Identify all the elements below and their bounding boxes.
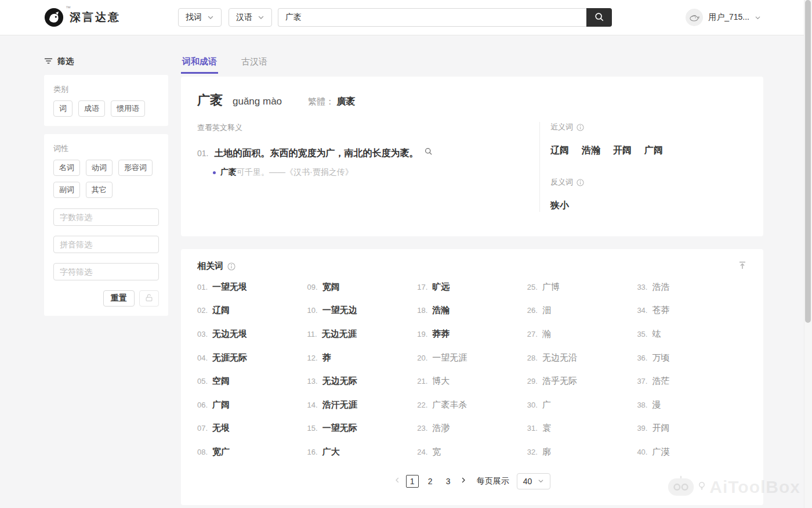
previous-page-button[interactable]	[394, 477, 401, 485]
related-word-index: 30.	[527, 401, 538, 409]
pos-chip[interactable]: 其它	[86, 182, 113, 198]
page-number-button[interactable]: 2	[424, 475, 437, 488]
search-button[interactable]	[586, 8, 612, 27]
related-word[interactable]: 浩乎无际	[542, 376, 577, 387]
related-word[interactable]: 莽	[322, 352, 331, 363]
category-chip[interactable]: 词	[53, 100, 72, 117]
related-word[interactable]: 空阔	[212, 376, 230, 387]
english-definition-link[interactable]: 查看英文释义	[197, 123, 242, 133]
related-word[interactable]: 宽	[432, 446, 441, 457]
brand[interactable]: ™ 深言达意	[44, 8, 121, 27]
related-word-item: 09. 宽阔	[307, 282, 418, 293]
related-word-index: 03.	[197, 330, 208, 338]
related-word[interactable]: 无涯无际	[212, 352, 247, 363]
character-filter-input[interactable]	[53, 263, 159, 280]
language-select[interactable]: 汉语	[229, 8, 272, 27]
synonym-word[interactable]: 浩瀚	[582, 145, 600, 157]
related-word[interactable]: 一望无际	[322, 423, 357, 434]
synonym-word[interactable]: 开阔	[613, 145, 632, 157]
related-word[interactable]: 博大	[432, 376, 449, 387]
related-word[interactable]: 浩瀚	[432, 305, 449, 316]
pinyin-filter-input[interactable]	[53, 236, 159, 253]
related-word[interactable]: 苍莽	[652, 305, 669, 316]
pos-chip[interactable]: 动词	[86, 160, 113, 176]
lock-button[interactable]	[139, 290, 159, 307]
trademark-symbol: ™	[66, 5, 71, 11]
related-word[interactable]: 浩汗无涯	[322, 399, 357, 410]
related-word[interactable]: 无边无际	[322, 376, 357, 387]
related-word-index: 37.	[637, 377, 647, 385]
related-word[interactable]: 无边无垠	[212, 329, 247, 340]
synonym-word[interactable]: 广阔	[644, 145, 663, 157]
related-word[interactable]: 寰	[542, 423, 551, 434]
search-controls: 找词 汉语	[178, 8, 612, 27]
next-page-button[interactable]	[460, 477, 467, 485]
related-word[interactable]: 廓	[542, 446, 551, 457]
category-chip[interactable]: 成语	[78, 100, 105, 117]
related-word[interactable]: 无边无涯	[322, 329, 357, 340]
related-word[interactable]: 竑	[652, 329, 661, 340]
related-word[interactable]: 广大	[322, 446, 340, 457]
pos-chip[interactable]: 名词	[53, 160, 80, 176]
related-word-index: 36.	[637, 354, 647, 362]
robot-chat-icon[interactable]	[668, 475, 694, 499]
related-word-item: 32. 廓	[527, 446, 637, 457]
related-word[interactable]: 宽阔	[322, 282, 340, 293]
related-word[interactable]: 浩浩	[652, 282, 669, 293]
related-word[interactable]: 浩渺	[432, 423, 449, 434]
related-word[interactable]: 沺	[542, 305, 551, 316]
search-input[interactable]	[278, 8, 586, 27]
tab[interactable]: 词和成语	[181, 56, 218, 74]
pos-chip[interactable]: 形容词	[118, 160, 153, 176]
related-word[interactable]: 一望无边	[322, 305, 357, 316]
scrollbar-thumb[interactable]	[805, 0, 811, 323]
category-chip[interactable]: 惯用语	[111, 100, 145, 117]
char-count-filter-input[interactable]	[53, 208, 159, 226]
related-word[interactable]: 辽阔	[212, 305, 230, 316]
related-word[interactable]: 广袤丰杀	[432, 399, 467, 410]
back-to-top-button[interactable]	[738, 261, 747, 272]
synonym-words: 辽阔浩瀚开阔广阔	[550, 145, 747, 157]
page-number-button[interactable]: 1	[406, 475, 419, 488]
info-circle-icon[interactable]	[577, 124, 584, 131]
mode-select[interactable]: 找词	[178, 8, 222, 27]
related-word[interactable]: 漫	[652, 399, 661, 410]
related-word[interactable]: 广漠	[652, 446, 669, 457]
antonym-word[interactable]: 狭小	[550, 200, 569, 212]
definition-row: 01. 土地的面积。东西的宽度为广，南北的长度为袤。	[197, 147, 525, 160]
user-menu[interactable]: 用户_715...	[686, 9, 761, 26]
related-word[interactable]: 开阔	[652, 423, 669, 434]
reset-button[interactable]: 重置	[103, 290, 135, 307]
definition-index: 01.	[197, 147, 208, 160]
related-word[interactable]: 无边无沿	[542, 352, 577, 363]
chevron-right-icon	[460, 477, 467, 485]
info-circle-icon[interactable]	[227, 262, 235, 271]
related-word[interactable]: 广博	[542, 282, 560, 293]
related-word-index: 16.	[307, 448, 318, 456]
magnifier-icon	[594, 12, 604, 24]
language-select-value: 汉语	[236, 12, 252, 23]
page-number-button[interactable]: 3	[442, 475, 455, 488]
page-size-select[interactable]: 40	[517, 473, 551, 489]
pos-chip[interactable]: 副词	[53, 182, 80, 198]
related-word-item: 18. 浩瀚	[417, 305, 527, 316]
related-word[interactable]: 广	[542, 399, 551, 410]
related-word[interactable]: 广阔	[212, 399, 230, 410]
related-word[interactable]: 万顷	[652, 352, 669, 363]
definition-search-button[interactable]	[424, 147, 433, 157]
related-word[interactable]: 旷远	[432, 282, 449, 293]
synonym-word[interactable]: 辽阔	[550, 145, 569, 157]
related-word[interactable]: 一望无涯	[432, 352, 467, 363]
related-word[interactable]: 莽莽	[432, 329, 449, 340]
tab[interactable]: 古汉语	[240, 56, 269, 74]
brand-name: 深言达意	[70, 10, 121, 25]
related-word[interactable]: 一望无垠	[212, 282, 247, 293]
info-circle-icon[interactable]	[577, 179, 584, 186]
related-word[interactable]: 浩茫	[652, 376, 669, 387]
chevron-down-icon	[755, 15, 761, 21]
related-word[interactable]: 无垠	[212, 423, 230, 434]
related-word[interactable]: 瀚	[542, 329, 551, 340]
related-word[interactable]: 宽广	[212, 446, 230, 457]
related-title-row: 相关词	[197, 261, 235, 272]
related-word-item: 02. 辽阔	[197, 305, 307, 316]
